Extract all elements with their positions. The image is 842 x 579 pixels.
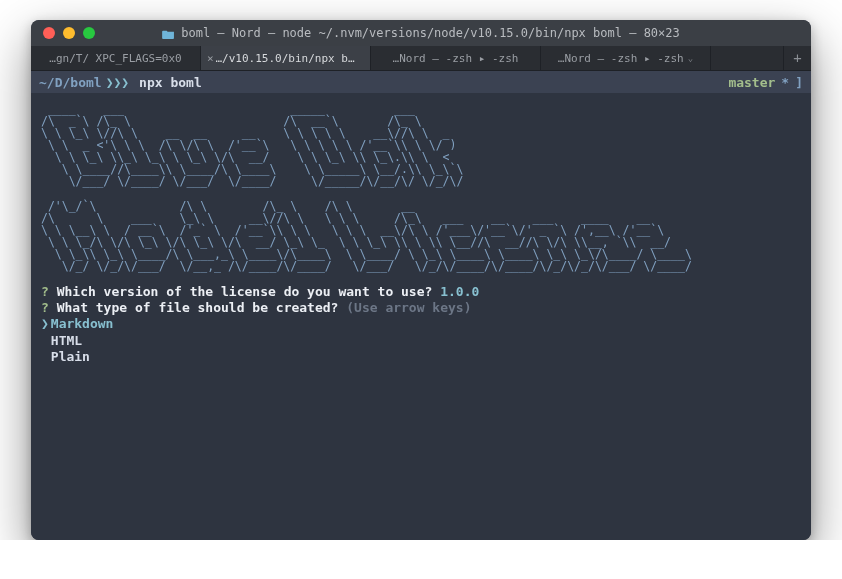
bracket-icon: ] <box>795 75 803 90</box>
tab-2[interactable]: × …/v10.15.0/bin/npx boml <box>201 46 371 70</box>
caret-icon: ❯ <box>41 316 49 332</box>
option-label: Markdown <box>51 316 114 331</box>
folder-icon <box>162 28 175 38</box>
question-row: ? What type of file should be created? (… <box>41 300 801 316</box>
new-tab-button[interactable]: + <box>783 46 811 70</box>
git-branch: master <box>728 75 775 90</box>
option-row[interactable]: ❯Markdown <box>41 316 801 332</box>
question-hint: (Use arrow keys) <box>346 300 471 315</box>
tab-label: …gn/T/ XPC_FLAGS=0x0 <box>49 52 181 65</box>
option-label: HTML <box>51 333 82 348</box>
git-dirty-icon: * <box>781 75 789 90</box>
caret-icon <box>41 349 49 365</box>
option-label: Plain <box>51 349 90 364</box>
ascii-banner: ____ ___ _____ ___ /\ _`\ /\_ \ /\ __`\ … <box>41 103 801 272</box>
question-icon: ? <box>41 284 49 299</box>
question-row: ? Which version of the license do you wa… <box>41 284 801 300</box>
close-icon[interactable] <box>43 27 55 39</box>
tab-label: …/v10.15.0/bin/npx boml <box>216 52 356 65</box>
prompt-path: ~/D/boml <box>39 75 102 90</box>
option-row[interactable]: HTML <box>41 333 801 349</box>
tab-4[interactable]: …Nord — -zsh ▸ -zsh ⌄ <box>541 46 711 70</box>
titlebar: boml — Nord — node ~/.nvm/versions/node/… <box>31 20 811 46</box>
tab-1[interactable]: …gn/T/ XPC_FLAGS=0x0 <box>31 46 201 70</box>
close-icon[interactable]: × <box>207 52 214 65</box>
tab-3[interactable]: …Nord — -zsh ▸ -zsh <box>371 46 541 70</box>
prompt-command: npx boml <box>139 75 202 90</box>
tab-label: …Nord — -zsh ▸ -zsh <box>558 52 684 65</box>
minimize-icon[interactable] <box>63 27 75 39</box>
prompt-git-status: master * ] <box>728 75 803 90</box>
question-icon: ? <box>41 300 49 315</box>
tab-label: …Nord — -zsh ▸ -zsh <box>393 52 519 65</box>
terminal-body[interactable]: ____ ___ _____ ___ /\ _`\ /\_ \ /\ __`\ … <box>31 93 811 540</box>
caret-icon <box>41 333 49 349</box>
zoom-icon[interactable] <box>83 27 95 39</box>
tabbar: …gn/T/ XPC_FLAGS=0x0 × …/v10.15.0/bin/np… <box>31 46 811 71</box>
option-row[interactable]: Plain <box>41 349 801 365</box>
question-text: What type of file should be created? <box>57 300 339 315</box>
traffic-lights <box>31 27 95 39</box>
window-title-text: boml — Nord — node ~/.nvm/versions/node/… <box>181 26 680 40</box>
plus-icon: + <box>793 50 801 66</box>
prompt-chevrons-icon: ❯❯❯ <box>106 75 129 90</box>
question-text: Which version of the license do you want… <box>57 284 433 299</box>
terminal-window: boml — Nord — node ~/.nvm/versions/node/… <box>31 20 811 540</box>
chevron-down-icon[interactable]: ⌄ <box>688 53 693 63</box>
prompt-bar: ~/D/boml ❯❯❯ npx boml master * ] <box>31 71 811 93</box>
window-title: boml — Nord — node ~/.nvm/versions/node/… <box>31 26 811 40</box>
question-answer: 1.0.0 <box>440 284 479 299</box>
